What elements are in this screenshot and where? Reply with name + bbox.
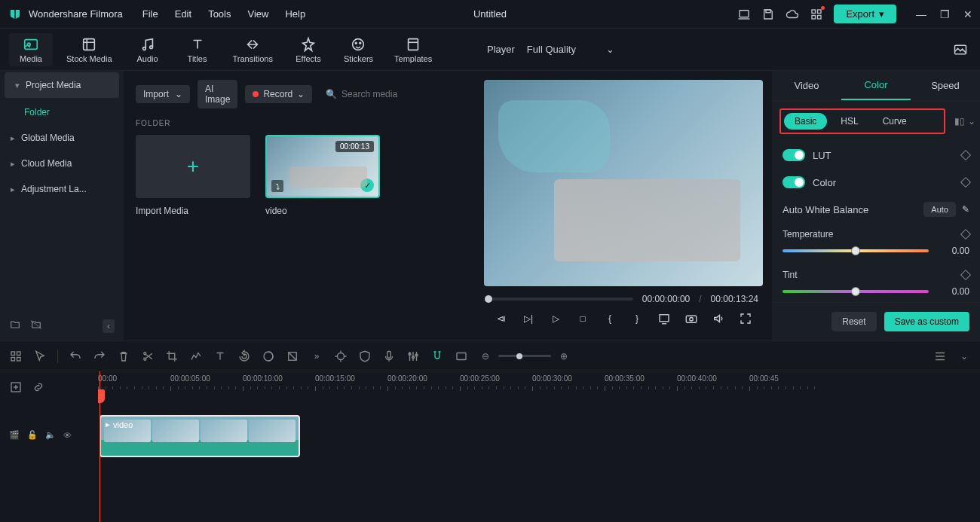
rotate-icon[interactable] — [237, 350, 251, 363]
subtab-curve[interactable]: Curve — [872, 113, 917, 130]
cloud-icon[interactable] — [786, 8, 799, 21]
minimize-button[interactable]: — — [916, 8, 926, 20]
mark-in-icon[interactable]: { — [603, 312, 617, 325]
export-button[interactable]: Export▾ — [834, 5, 896, 23]
auto-button[interactable]: Auto — [923, 202, 956, 217]
new-folder-icon[interactable] — [9, 319, 21, 333]
cut-icon[interactable] — [141, 350, 155, 363]
save-icon[interactable] — [761, 8, 775, 21]
mute-icon[interactable]: 🔈 — [45, 430, 56, 440]
camera-icon[interactable] — [684, 312, 698, 325]
tab-titles[interactable]: Titles — [176, 33, 219, 66]
keyframe-icon[interactable] — [960, 177, 971, 188]
prop-tab-video[interactable]: Video — [772, 71, 841, 100]
sidebar-adjustment-layer[interactable]: ▸Adjustment La... — [0, 176, 124, 202]
tab-media[interactable]: Media — [9, 33, 53, 66]
close-button[interactable]: ✕ — [963, 8, 972, 20]
preview-slider[interactable] — [488, 298, 633, 301]
zoom-out-icon[interactable]: ⊖ — [479, 350, 492, 363]
media-clip-tile[interactable]: 00:00:13 ⤵ ✓ video — [265, 135, 380, 216]
keyframe-icon[interactable] — [960, 150, 971, 160]
stop-icon[interactable]: □ — [576, 312, 590, 325]
maximize-button[interactable]: ❐ — [940, 8, 950, 20]
mask-icon[interactable] — [286, 350, 299, 363]
keyframe-icon[interactable] — [960, 270, 971, 280]
zoom-in-icon[interactable]: ⊕ — [557, 350, 571, 363]
subtab-hsl[interactable]: HSL — [830, 113, 868, 130]
menu-help[interactable]: Help — [285, 8, 305, 20]
text-icon[interactable] — [213, 350, 227, 363]
sidebar-global-media[interactable]: ▸Global Media — [0, 125, 124, 151]
sidebar-cloud-media[interactable]: ▸Cloud Media — [0, 151, 124, 176]
color-icon[interactable] — [262, 350, 275, 363]
sidebar-project-media[interactable]: ▾Project Media — [5, 72, 119, 98]
prop-tab-speed[interactable]: Speed — [911, 71, 980, 100]
timeline-ruler[interactable]: 00:0000:00:05:0000:00:10:0000:00:15:0000… — [98, 371, 980, 398]
timeline-clip[interactable]: ▸video — [100, 415, 300, 457]
reset-button[interactable]: Reset — [831, 312, 876, 331]
timeline-tracks[interactable]: 00:0000:00:05:0000:00:10:0000:00:15:0000… — [98, 371, 980, 522]
step-back-icon[interactable]: ▷| — [522, 312, 535, 325]
cursor-icon[interactable] — [33, 350, 47, 363]
fullscreen-icon[interactable] — [739, 312, 752, 325]
snapshot-icon[interactable] — [953, 42, 968, 57]
speed-ramp-icon[interactable] — [189, 350, 203, 363]
shield-icon[interactable] — [358, 350, 372, 363]
lock-icon[interactable]: 🔓 — [27, 430, 38, 440]
eyedropper-icon[interactable]: ✎ — [962, 204, 969, 215]
search-input[interactable]: 🔍 — [320, 85, 461, 103]
lut-toggle[interactable] — [782, 149, 805, 161]
preview-viewport[interactable] — [484, 80, 763, 286]
record-dropdown[interactable]: Record⌄ — [245, 85, 312, 103]
prev-frame-icon[interactable]: ⧏ — [495, 312, 508, 325]
grid-icon[interactable] — [9, 350, 23, 363]
quality-dropdown[interactable]: Full Quality⌄ — [527, 44, 614, 55]
filter-icon[interactable] — [468, 89, 474, 99]
snapshot-tl-icon[interactable] — [455, 350, 468, 363]
visibility-icon[interactable]: 👁 — [63, 431, 72, 440]
playhead[interactable] — [100, 371, 100, 522]
menu-edit[interactable]: Edit — [175, 8, 191, 20]
tab-effects[interactable]: Effects — [286, 33, 330, 66]
chevron-down-icon[interactable]: ⌄ — [968, 116, 975, 127]
sidebar-folder[interactable]: Folder — [0, 99, 124, 125]
save-custom-button[interactable]: Save as custom — [884, 312, 969, 331]
mark-out-icon[interactable]: } — [630, 312, 644, 325]
add-to-timeline-icon[interactable]: ⤵ — [271, 180, 283, 192]
compare-icon[interactable]: ▮▯ — [954, 116, 965, 127]
import-media-tile[interactable]: + Import Media — [136, 135, 250, 216]
undo-icon[interactable] — [69, 350, 82, 363]
temperature-slider[interactable] — [782, 249, 929, 252]
keyframe-icon[interactable] — [960, 229, 971, 240]
crop-icon[interactable] — [165, 350, 179, 363]
volume-icon[interactable] — [712, 312, 725, 325]
marker-icon[interactable] — [334, 350, 348, 363]
delete-folder-icon[interactable] — [30, 319, 42, 333]
tint-value[interactable]: 0.00 — [936, 286, 969, 297]
prop-tab-color[interactable]: Color — [841, 71, 911, 100]
tab-transitions[interactable]: Transitions — [225, 33, 280, 66]
link-icon[interactable] — [32, 380, 45, 394]
device-icon[interactable] — [737, 8, 751, 21]
menu-file[interactable]: File — [142, 8, 158, 20]
mixer-icon[interactable] — [406, 350, 420, 363]
import-dropdown[interactable]: Import⌄ — [136, 85, 190, 103]
play-icon[interactable]: ▷ — [549, 312, 562, 325]
chevron-down-icon[interactable]: ⌄ — [957, 350, 971, 363]
redo-icon[interactable] — [93, 350, 106, 363]
tab-stock-media[interactable]: Stock Media — [59, 33, 120, 66]
track-view-icon[interactable] — [933, 350, 947, 363]
color-toggle[interactable] — [782, 176, 805, 188]
mic-icon[interactable] — [382, 350, 396, 363]
apps-icon[interactable] — [810, 8, 823, 21]
delete-icon[interactable] — [117, 350, 130, 363]
menu-tools[interactable]: Tools — [208, 8, 231, 20]
display-icon[interactable] — [657, 312, 671, 325]
ai-image-button[interactable]: AI Image — [198, 80, 237, 108]
tint-slider[interactable] — [782, 290, 929, 293]
magnet-icon[interactable] — [430, 350, 444, 363]
add-track-icon[interactable] — [9, 380, 23, 394]
subtab-basic[interactable]: Basic — [784, 113, 827, 130]
zoom-slider[interactable] — [498, 355, 551, 357]
menu-view[interactable]: View — [247, 8, 268, 20]
